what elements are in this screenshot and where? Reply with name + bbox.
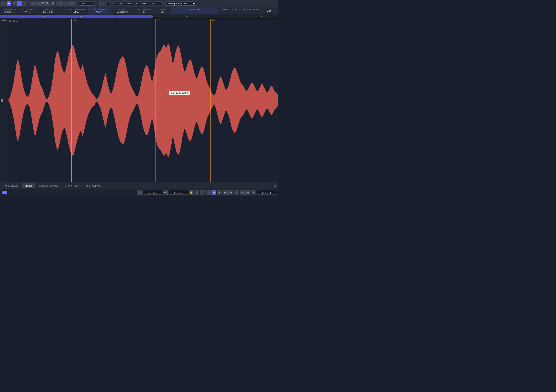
domain-label: Domain: [118, 8, 126, 11]
sample-rate-value: 44.100 kHz: [3, 11, 15, 13]
bit-depth-cell: Bit Depth 24 bit: [19, 7, 36, 15]
eraser-btn[interactable]: ⌫: [40, 1, 45, 6]
waveform-area: 0 -1.2 -2.5 -4.1 -6.0 -8.5 -12.0 -18.0 -…: [0, 19, 278, 182]
warp-line-2[interactable]: [155, 19, 155, 182]
stop-btn[interactable]: ■: [217, 190, 222, 195]
tab-chord-pads[interactable]: Chord Pads: [62, 183, 82, 188]
ruler[interactable]: 12345678: [0, 15, 278, 19]
ruler-tick: [115, 15, 116, 18]
play-btn[interactable]: ▶: [7, 1, 11, 6]
sep2: [77, 1, 78, 6]
tab-settings-icon[interactable]: ⚙: [273, 184, 276, 187]
zoom-btn[interactable]: 🔍: [45, 1, 50, 6]
original-pitch-label: Original Pitch: [242, 8, 258, 11]
transpose-label: Global Transpose: [65, 8, 85, 11]
ruler-marker: 7: [224, 15, 226, 18]
beats-display[interactable]: 0 Beats: [123, 1, 134, 5]
algo-selector[interactable]: elastique Pro · Tim...: [165, 1, 196, 6]
ruler-highlight: [0, 15, 152, 18]
bars-display[interactable]: 13 Bars: [107, 1, 119, 5]
skip-right-btn[interactable]: ▶: [251, 190, 256, 195]
domain-value: Bars+Beats: [116, 11, 128, 13]
bottom-status: AQ ⏮ 1. 1. 1. 0 ⏭ 5. 1. 1. 0 🔒 ◁ ▷ | ↺ ■…: [0, 189, 278, 196]
metronome-btn[interactable]: ♪: [22, 1, 27, 6]
transport-controls: ⏮ 1. 1. 1. 0 ⏭ 5. 1. 1. 0 🔒 ◁ ▷ | ↺ ■ ▶ …: [137, 190, 276, 195]
ruler-marker: 8: [260, 15, 262, 18]
speaker-btn[interactable]: 🔊: [51, 1, 55, 6]
rewind-btn[interactable]: ↩: [234, 190, 239, 195]
time-sig-display[interactable]: 4/4: [151, 1, 163, 5]
info-bar: Sample Rate 44.100 kHz Bit Depth 24 bit …: [0, 7, 278, 15]
warp-value-2: 1.60: [155, 19, 160, 21]
current-pitch-cell: Current Pitch -: [218, 7, 239, 15]
tab-editor[interactable]: Editor: [22, 183, 35, 188]
waveform-canvas[interactable]: Event Start 1.00 1.60 0.55 5. 2. 3. 8 / …: [8, 19, 278, 182]
tool-group: ↖ ✎ ⌫ 🔍 🔊 ◁ ▷ ✂ #: [30, 1, 76, 6]
ruler-marker: 4: [115, 15, 117, 18]
processing-cell: Processing Warp: [88, 7, 110, 15]
metronome2-btn[interactable]: ♩: [99, 1, 104, 6]
selection-value: -: [194, 11, 195, 13]
position-display-2[interactable]: 5. 1. 1. 0: [169, 191, 188, 195]
sample-rate-label: Sample Rate: [3, 8, 16, 11]
ruler-tick: [79, 15, 79, 18]
lock-btn[interactable]: 🔒: [189, 190, 194, 195]
waveform-svg: [8, 19, 278, 182]
ruler-marker: 1: [24, 15, 26, 18]
position-display-3[interactable]: 1. 3. 1. 1: [257, 191, 276, 195]
ruler-tick: [152, 15, 152, 18]
cursor-btn[interactable]: ↖: [30, 1, 35, 6]
offline-label: Offline Edits: [137, 8, 151, 11]
transpose-cell: Global Transpose Follow: [62, 7, 88, 15]
aq-badge[interactable]: AQ: [2, 191, 7, 194]
record-btn[interactable]: ●: [17, 1, 22, 6]
trim-btn[interactable]: ✂: [66, 1, 71, 6]
zoom-value: 9.7253: [159, 11, 166, 13]
processing-label: Processing: [93, 8, 106, 11]
position-display-1[interactable]: 1. 1. 1. 0: [142, 191, 162, 195]
selection-cell: Selection -: [171, 7, 218, 15]
length-value: 600. 0. 0. 0: [43, 11, 55, 13]
bottom-tabs: MixConsole Editor Sampler Control Chord …: [0, 182, 278, 189]
current-pitch-label: Current Pitch: [221, 8, 237, 11]
tab-mixconsole[interactable]: MixConsole: [2, 183, 22, 188]
skip-left-btn[interactable]: ◀: [245, 190, 250, 195]
bar-selector[interactable]: Bar: [79, 1, 96, 6]
warp-line-1[interactable]: [71, 19, 72, 182]
sample-rate-cell: Sample Rate 44.100 kHz: [0, 7, 19, 15]
warp-value-1: 1.00: [72, 19, 77, 21]
zoom-cell: Zoom 9.7253: [154, 7, 171, 15]
tempo-display[interactable]: 120.00: [138, 1, 150, 5]
tab-sampler[interactable]: Sampler Control: [36, 183, 61, 188]
go-to-end-btn[interactable]: ⏭: [163, 190, 168, 195]
processing-value: Warp: [96, 11, 102, 13]
forward-btn[interactable]: ↪: [240, 190, 245, 195]
grid-btn[interactable]: #: [71, 1, 76, 6]
bit-depth-value: 24 bit: [24, 11, 31, 13]
transport-group: S ▶ ↺ ● ♪: [1, 1, 27, 6]
warp-tooltip: 5. 2. 3. 8 / 8.758: [169, 91, 190, 95]
db-0-bot: 0: [5, 19, 7, 21]
solo-btn[interactable]: S: [1, 99, 3, 102]
skype-btn[interactable]: S: [1, 1, 6, 6]
go-to-start-btn[interactable]: ⏮: [137, 190, 142, 195]
warp-line-3[interactable]: [210, 19, 211, 182]
play-status-btn[interactable]: ▶: [223, 190, 228, 195]
domain-cell: Domain Bars+Beats: [110, 7, 134, 15]
top-toolbar: S ▶ ↺ ● ♪ ↖ ✎ ⌫ 🔍 🔊 ◁ ▷ ✂ # Bar ♩ 13 Bar…: [0, 0, 278, 7]
pencil-btn[interactable]: ✎: [35, 1, 40, 6]
current-pitch-value: -: [228, 11, 229, 13]
snap-left-btn[interactable]: ◁: [56, 1, 61, 6]
loop-btn[interactable]: ↺: [212, 190, 216, 195]
ruler-tick: [24, 15, 24, 18]
db-scale: 0 -1.2 -2.5 -4.1 -6.0 -8.5 -12.0 -18.0 -…: [0, 19, 8, 182]
tab-midi-remote[interactable]: MIDI Remote: [83, 183, 104, 188]
cycle-btn[interactable]: ↺: [12, 1, 16, 6]
event-start-label: Event Start: [9, 20, 18, 22]
zoom-right-cell: Zoo: [261, 7, 278, 15]
rec-status-btn[interactable]: ⏺: [229, 190, 233, 195]
ruler-marker: 3: [79, 15, 81, 18]
arrow-left-btn[interactable]: ◁: [195, 190, 199, 195]
snap-right-btn[interactable]: ▷: [61, 1, 66, 6]
arrow-right-btn[interactable]: ▷: [200, 190, 205, 195]
